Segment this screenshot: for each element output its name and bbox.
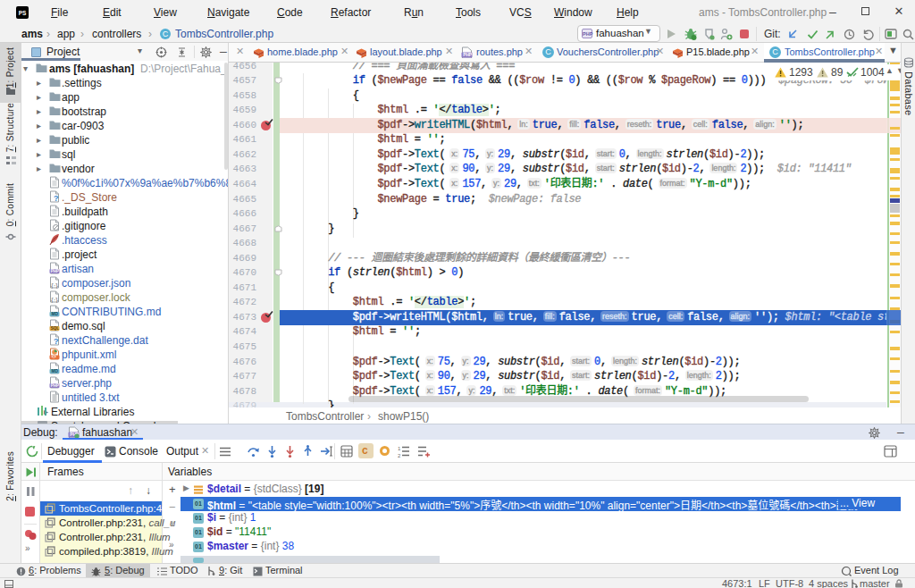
svg-text:PHP: PHP <box>51 269 59 273</box>
svg-text:?: ? <box>54 194 59 203</box>
svg-text:{·}: {·} <box>51 281 58 290</box>
svg-text:PHP: PHP <box>463 53 473 57</box>
svg-text:<>: <> <box>52 355 57 359</box>
svg-text:MD: MD <box>52 312 59 316</box>
svg-text:{·}: {·} <box>51 296 58 304</box>
svg-text:SQL: SQL <box>51 326 60 331</box>
svg-text:PHP: PHP <box>51 383 59 388</box>
svg-text:MD: MD <box>52 369 59 374</box>
svg-text:2: 2 <box>398 453 401 458</box>
svg-text:1: 1 <box>398 446 401 451</box>
svg-text:?: ? <box>54 337 59 346</box>
